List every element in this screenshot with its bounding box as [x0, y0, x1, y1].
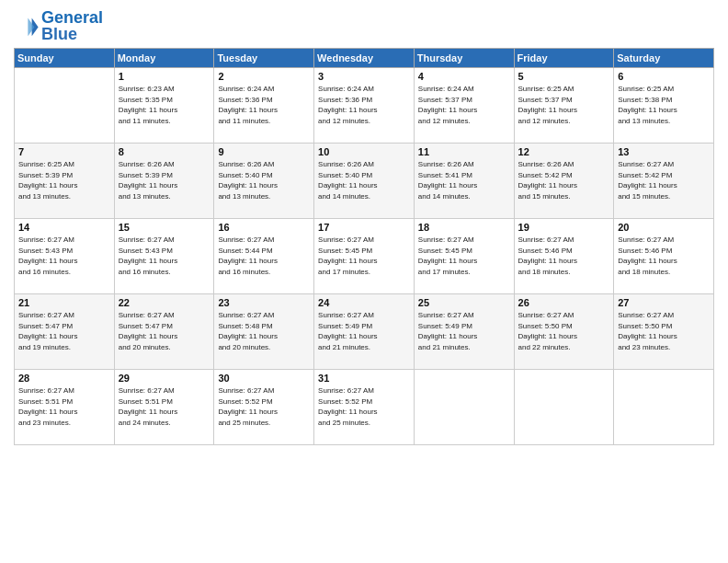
- page: General Blue SundayMondayTuesdayWednesda…: [0, 0, 728, 563]
- calendar-cell: 7Sunrise: 6:25 AM Sunset: 5:39 PM Daylig…: [15, 144, 115, 219]
- day-number: 9: [218, 146, 310, 157]
- calendar-cell: [414, 370, 514, 445]
- day-number: 20: [618, 222, 710, 233]
- day-info: Sunrise: 6:27 AM Sunset: 5:46 PM Dayligh…: [518, 235, 610, 277]
- day-info: Sunrise: 6:24 AM Sunset: 5:37 PM Dayligh…: [418, 84, 510, 126]
- logo-icon: [14, 13, 40, 39]
- day-info: Sunrise: 6:23 AM Sunset: 5:35 PM Dayligh…: [119, 84, 210, 126]
- calendar-cell: 30Sunrise: 6:27 AM Sunset: 5:52 PM Dayli…: [214, 370, 314, 445]
- day-info: Sunrise: 6:25 AM Sunset: 5:38 PM Dayligh…: [618, 84, 710, 126]
- day-number: 14: [18, 222, 110, 233]
- day-number: 13: [618, 146, 710, 157]
- logo: General Blue: [14, 9, 103, 42]
- calendar-cell: 18Sunrise: 6:27 AM Sunset: 5:45 PM Dayli…: [414, 219, 514, 294]
- week-row-0: 1Sunrise: 6:23 AM Sunset: 5:35 PM Daylig…: [15, 68, 714, 144]
- logo-text-line1: General: [41, 9, 103, 26]
- day-info: Sunrise: 6:25 AM Sunset: 5:37 PM Dayligh…: [518, 84, 610, 126]
- day-number: 12: [518, 146, 610, 157]
- day-number: 7: [18, 146, 110, 157]
- calendar-cell: [514, 370, 614, 445]
- day-info: Sunrise: 6:27 AM Sunset: 5:42 PM Dayligh…: [618, 159, 710, 201]
- day-info: Sunrise: 6:27 AM Sunset: 5:43 PM Dayligh…: [119, 235, 210, 277]
- header-day-monday: Monday: [114, 49, 214, 68]
- day-info: Sunrise: 6:27 AM Sunset: 5:47 PM Dayligh…: [18, 310, 110, 352]
- week-row-1: 7Sunrise: 6:25 AM Sunset: 5:39 PM Daylig…: [15, 144, 714, 219]
- calendar-cell: 9Sunrise: 6:26 AM Sunset: 5:40 PM Daylig…: [214, 144, 314, 219]
- calendar-cell: 28Sunrise: 6:27 AM Sunset: 5:51 PM Dayli…: [15, 370, 115, 445]
- day-number: 25: [418, 297, 510, 308]
- calendar-cell: 22Sunrise: 6:27 AM Sunset: 5:47 PM Dayli…: [114, 294, 214, 370]
- calendar-table: SundayMondayTuesdayWednesdayThursdayFrid…: [14, 48, 714, 445]
- calendar-cell: 21Sunrise: 6:27 AM Sunset: 5:47 PM Dayli…: [15, 294, 115, 370]
- calendar-cell: 15Sunrise: 6:27 AM Sunset: 5:43 PM Dayli…: [114, 219, 214, 294]
- calendar-header-row: SundayMondayTuesdayWednesdayThursdayFrid…: [15, 49, 714, 68]
- header-day-saturday: Saturday: [614, 49, 714, 68]
- day-number: 5: [518, 71, 610, 82]
- calendar-cell: 2Sunrise: 6:24 AM Sunset: 5:36 PM Daylig…: [214, 68, 314, 144]
- day-number: 29: [119, 373, 210, 384]
- calendar-cell: 4Sunrise: 6:24 AM Sunset: 5:37 PM Daylig…: [414, 68, 514, 144]
- calendar-cell: [15, 68, 115, 144]
- day-number: 10: [318, 146, 410, 157]
- calendar-cell: 23Sunrise: 6:27 AM Sunset: 5:48 PM Dayli…: [214, 294, 314, 370]
- day-info: Sunrise: 6:26 AM Sunset: 5:40 PM Dayligh…: [218, 159, 310, 201]
- day-info: Sunrise: 6:27 AM Sunset: 5:51 PM Dayligh…: [18, 385, 110, 428]
- day-info: Sunrise: 6:26 AM Sunset: 5:40 PM Dayligh…: [318, 159, 410, 201]
- day-info: Sunrise: 6:27 AM Sunset: 5:49 PM Dayligh…: [318, 310, 410, 352]
- week-row-3: 21Sunrise: 6:27 AM Sunset: 5:47 PM Dayli…: [15, 294, 714, 370]
- calendar-cell: 19Sunrise: 6:27 AM Sunset: 5:46 PM Dayli…: [514, 219, 614, 294]
- week-row-4: 28Sunrise: 6:27 AM Sunset: 5:51 PM Dayli…: [15, 370, 714, 445]
- calendar-cell: 10Sunrise: 6:26 AM Sunset: 5:40 PM Dayli…: [314, 144, 415, 219]
- day-info: Sunrise: 6:27 AM Sunset: 5:50 PM Dayligh…: [518, 310, 610, 352]
- calendar-cell: 11Sunrise: 6:26 AM Sunset: 5:41 PM Dayli…: [414, 144, 514, 219]
- day-number: 1: [119, 71, 210, 82]
- day-number: 4: [418, 71, 510, 82]
- calendar-cell: 20Sunrise: 6:27 AM Sunset: 5:46 PM Dayli…: [614, 219, 714, 294]
- calendar-cell: [614, 370, 714, 445]
- header-day-sunday: Sunday: [15, 49, 115, 68]
- calendar-cell: 25Sunrise: 6:27 AM Sunset: 5:49 PM Dayli…: [414, 294, 514, 370]
- header-day-thursday: Thursday: [414, 49, 514, 68]
- day-number: 15: [119, 222, 210, 233]
- calendar-cell: 12Sunrise: 6:26 AM Sunset: 5:42 PM Dayli…: [514, 144, 614, 219]
- week-row-2: 14Sunrise: 6:27 AM Sunset: 5:43 PM Dayli…: [15, 219, 714, 294]
- day-info: Sunrise: 6:27 AM Sunset: 5:47 PM Dayligh…: [119, 310, 210, 352]
- day-info: Sunrise: 6:27 AM Sunset: 5:52 PM Dayligh…: [218, 385, 310, 428]
- calendar-cell: 14Sunrise: 6:27 AM Sunset: 5:43 PM Dayli…: [15, 219, 115, 294]
- day-info: Sunrise: 6:27 AM Sunset: 5:49 PM Dayligh…: [418, 310, 510, 352]
- day-info: Sunrise: 6:25 AM Sunset: 5:39 PM Dayligh…: [18, 159, 110, 201]
- day-number: 2: [218, 71, 310, 82]
- day-info: Sunrise: 6:26 AM Sunset: 5:41 PM Dayligh…: [418, 159, 510, 201]
- day-info: Sunrise: 6:27 AM Sunset: 5:50 PM Dayligh…: [618, 310, 710, 352]
- calendar-cell: 16Sunrise: 6:27 AM Sunset: 5:44 PM Dayli…: [214, 219, 314, 294]
- calendar-cell: 3Sunrise: 6:24 AM Sunset: 5:36 PM Daylig…: [314, 68, 415, 144]
- day-info: Sunrise: 6:27 AM Sunset: 5:45 PM Dayligh…: [318, 235, 410, 277]
- calendar-cell: 8Sunrise: 6:26 AM Sunset: 5:39 PM Daylig…: [114, 144, 214, 219]
- day-number: 3: [318, 71, 410, 82]
- day-number: 28: [18, 373, 110, 384]
- day-number: 23: [218, 297, 310, 308]
- day-info: Sunrise: 6:27 AM Sunset: 5:51 PM Dayligh…: [119, 385, 210, 428]
- header-day-friday: Friday: [514, 49, 614, 68]
- calendar-cell: 13Sunrise: 6:27 AM Sunset: 5:42 PM Dayli…: [614, 144, 714, 219]
- day-number: 17: [318, 222, 410, 233]
- day-info: Sunrise: 6:26 AM Sunset: 5:39 PM Dayligh…: [119, 159, 210, 201]
- day-number: 11: [418, 146, 510, 157]
- day-number: 21: [18, 297, 110, 308]
- day-info: Sunrise: 6:27 AM Sunset: 5:46 PM Dayligh…: [618, 235, 710, 277]
- calendar-cell: 31Sunrise: 6:27 AM Sunset: 5:52 PM Dayli…: [314, 370, 415, 445]
- calendar-body: 1Sunrise: 6:23 AM Sunset: 5:35 PM Daylig…: [15, 68, 714, 445]
- day-info: Sunrise: 6:27 AM Sunset: 5:48 PM Dayligh…: [218, 310, 310, 352]
- day-number: 22: [119, 297, 210, 308]
- header-day-wednesday: Wednesday: [314, 49, 415, 68]
- calendar-cell: 27Sunrise: 6:27 AM Sunset: 5:50 PM Dayli…: [614, 294, 714, 370]
- calendar-cell: 5Sunrise: 6:25 AM Sunset: 5:37 PM Daylig…: [514, 68, 614, 144]
- day-number: 26: [518, 297, 610, 308]
- day-number: 31: [318, 373, 410, 384]
- day-info: Sunrise: 6:27 AM Sunset: 5:45 PM Dayligh…: [418, 235, 510, 277]
- day-number: 27: [618, 297, 710, 308]
- calendar-cell: 1Sunrise: 6:23 AM Sunset: 5:35 PM Daylig…: [114, 68, 214, 144]
- day-number: 18: [418, 222, 510, 233]
- day-info: Sunrise: 6:26 AM Sunset: 5:42 PM Dayligh…: [518, 159, 610, 201]
- day-number: 19: [518, 222, 610, 233]
